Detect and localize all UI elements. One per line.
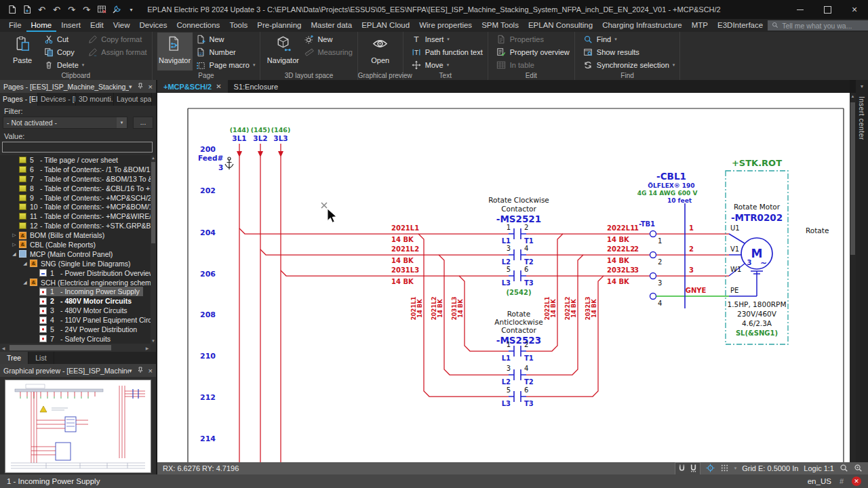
tree-item-7-table-of-contents-bom-13-to-cbl[interactable]: 7- Table of Contents:- &BOM/13 To &CBL, xyxy=(0,174,151,184)
tab-tree[interactable]: Tree xyxy=(0,352,28,364)
tree-item-7-safety-circuits[interactable]: 7- Safety Circuits xyxy=(0,334,151,344)
feed-arrows[interactable]: (144) (145) (146) 3L1 3L2 3L3 xyxy=(230,126,291,157)
ribbon-button-assign-format[interactable]: Assign format xyxy=(87,45,146,58)
tree-item-10-table-of-contents-mcp-bom-11-t[interactable]: 10- Table of Contents:- +MCP&BOM/11 T xyxy=(0,202,151,211)
ribbon-button-open[interactable]: Open xyxy=(363,33,398,70)
ribbon-button-delete[interactable]: Delete▾ xyxy=(43,58,84,71)
ribbon-button-in-table[interactable]: In table xyxy=(496,58,570,71)
menu-tab-tools[interactable]: Tools xyxy=(224,19,252,32)
scroll-down-icon[interactable]: ▼ xyxy=(151,339,156,343)
ribbon-button-navigator[interactable]: Navigator xyxy=(265,33,300,70)
preview-thumbnail[interactable] xyxy=(5,380,151,473)
ribbon-button-new[interactable]: New xyxy=(304,33,352,45)
tree-item-1-power-distribution-overview[interactable]: 1- Power Distribution Overview xyxy=(0,268,151,278)
scroll-left-icon[interactable]: ◀ xyxy=(0,346,7,350)
tree-expand-icon[interactable]: ◢ xyxy=(20,280,30,285)
panel-menu-icon[interactable]: ▾ xyxy=(129,83,132,90)
menu-tab-insert[interactable]: Insert xyxy=(56,19,85,32)
ribbon-button-move[interactable]: Move▾ xyxy=(412,58,483,71)
grid-status-icon[interactable]: # xyxy=(840,477,844,485)
error-indicator-icon[interactable]: ✕ xyxy=(852,476,861,486)
snap-magnet-icon[interactable] xyxy=(677,464,686,474)
filter-combobox[interactable]: - Not activated - ▾ xyxy=(3,117,127,129)
menu-tab-wire-properties[interactable]: Wire properties xyxy=(414,19,477,32)
tree-item-cbl-cable-reports[interactable]: ▷CBL (Cable Reports) xyxy=(0,240,151,249)
tree-item-6-table-of-contents-1-to-bom-12[interactable]: 6- Table of Contents:- /1 To &BOM/12 xyxy=(0,165,151,174)
tab-list[interactable]: List xyxy=(28,352,54,364)
close-icon[interactable]: × xyxy=(149,367,153,375)
scrollbar-thumb[interactable] xyxy=(850,102,855,255)
doc-tab-s1-enclosure[interactable]: S1:Enclosure xyxy=(228,80,284,93)
menu-tab-mtp[interactable]: MTP xyxy=(687,19,713,32)
menu-tab-devices[interactable]: Devices xyxy=(135,19,172,32)
redo-history-icon[interactable]: ↷ xyxy=(81,5,92,15)
object-snap-icon[interactable] xyxy=(689,464,698,474)
terminal-strip-tb1[interactable]: -TB1 1 2 3 4 1 2 3 1 2 3 GNYE xyxy=(634,220,706,307)
minimize-button[interactable] xyxy=(787,0,814,19)
ribbon-button-page-macro[interactable]: Page macro▾ xyxy=(196,58,256,71)
canvas-vertical-scrollbar[interactable]: ▲ xyxy=(850,93,856,462)
tellme-search[interactable]: Tell me what you wa... xyxy=(768,20,868,30)
crosshair-icon[interactable] xyxy=(706,464,715,474)
tree-item-11-table-of-contents-mcp-wire-10-t[interactable]: 11- Table of Contents:- +MCP&WIRE/10 T xyxy=(0,211,151,221)
tree-item-4-110v-panel-equipment-circuits[interactable]: 4- 110V Panel Equipment Circuits xyxy=(0,315,151,325)
insert-center-panel-tab[interactable]: ▾ Insert center xyxy=(856,80,868,462)
ribbon-button-new[interactable]: New xyxy=(196,33,256,45)
tree-item-9-table-of-contents-mcp-sch-21-to[interactable]: 9- Table of Contents:- +MCP&SCH/21 To - xyxy=(0,193,151,203)
undo-history-icon[interactable]: ↶ xyxy=(37,5,47,15)
pin-icon[interactable] xyxy=(137,367,144,375)
zoom-in-icon[interactable] xyxy=(854,464,863,474)
tree-item-5-24v-power-distribution[interactable]: 5- 24V Power Distribution xyxy=(0,325,151,334)
scrollbar-thumb[interactable] xyxy=(151,162,155,243)
menu-tab-connections[interactable]: Connections xyxy=(172,19,224,32)
tab-layout-space[interactable]: Layout spa... xyxy=(114,93,152,106)
menu-tab-e3dinterface[interactable]: E3DInterface xyxy=(713,19,768,32)
chevron-down-icon[interactable]: ▾ xyxy=(117,117,127,128)
tab-3d-mounting[interactable]: 3D mounti... xyxy=(76,93,114,106)
tab-pages[interactable]: Pages - [EE... xyxy=(0,93,38,106)
ribbon-button-number[interactable]: 123Number xyxy=(196,45,256,58)
menu-tab-eplan-consulting[interactable]: EPLAN Consulting xyxy=(524,19,597,32)
contactor-ms2523[interactable]: Rotate Anticlockwise Contactor -MS2523 1… xyxy=(494,310,542,407)
new-page-icon[interactable] xyxy=(7,5,17,15)
maximize-button[interactable] xyxy=(814,0,841,19)
menu-tab-eplan-cloud[interactable]: EPLAN Cloud xyxy=(357,19,414,32)
ribbon-button-copy[interactable]: Copy xyxy=(43,45,84,58)
ribbon-button-navigator[interactable]: Navigator xyxy=(157,33,193,70)
close-button[interactable]: × xyxy=(841,0,868,19)
undo-icon[interactable]: ↶ xyxy=(52,5,62,15)
close-tab-icon[interactable]: ✕ xyxy=(216,83,221,90)
menu-tab-file[interactable]: File xyxy=(4,19,26,32)
ribbon-button-measuring[interactable]: Measuring xyxy=(304,45,352,58)
ribbon-button-copy-format[interactable]: Copy format xyxy=(87,33,146,45)
tree-item-1-incoming-power-supply[interactable]: 1- Incoming Power Supply xyxy=(0,287,151,296)
menu-tab-charging-infrastructure[interactable]: Charging Infrastructure xyxy=(597,19,687,32)
tab-devices[interactable]: Devices - [E... xyxy=(38,93,76,106)
menu-tab-home[interactable]: Home xyxy=(26,19,57,32)
chevron-down-icon[interactable]: ▾ xyxy=(734,466,737,471)
tree-item-mcp-main-control-panel[interactable]: ◢MCP (Main Control Panel) xyxy=(0,249,151,259)
ribbon-button-synchronize-selection[interactable]: Synchronize selection▾ xyxy=(583,58,675,71)
schematic-canvas[interactable]: 200 202 204 206 208 210 212 214 Feed# 3 … xyxy=(157,93,850,462)
tree-item-8-table-of-contents-cbl-16-to-mcp[interactable]: 8- Table of Contents:- &CBL/16 To +MCP& xyxy=(0,184,151,193)
customize-qat-icon[interactable]: ▾ xyxy=(126,5,136,15)
ribbon-button-properties[interactable]: Properties xyxy=(496,33,570,45)
settings-tool-icon[interactable] xyxy=(111,5,121,15)
tree-item-12-table-of-contents-stk-grp-bom-2[interactable]: 12- Table of Contents:- +STK.GRP&BOM/2 xyxy=(0,221,151,230)
tree-expand-icon[interactable]: ◢ xyxy=(9,251,19,257)
close-project-icon[interactable] xyxy=(96,5,106,15)
menu-tab-pre-planning[interactable]: Pre-planning xyxy=(252,19,306,32)
tree-coland-icon[interactable]: ▷ xyxy=(9,242,19,247)
scrollbar-thumb[interactable] xyxy=(9,345,111,350)
tree-item-2-480v-motor-circuits[interactable]: 2- 480V Motor Circuits xyxy=(0,296,151,306)
scroll-up-icon[interactable]: ▲ xyxy=(850,94,856,98)
keyboard-language[interactable]: en_US xyxy=(808,477,831,485)
value-input[interactable] xyxy=(2,142,153,152)
grid-display-icon[interactable] xyxy=(720,464,729,474)
anchor-symbol[interactable] xyxy=(225,157,233,169)
tree-item-3-480v-motor-circuits[interactable]: 3- 480V Motor Circuits xyxy=(0,306,151,315)
ribbon-button-path-function-text[interactable]: TPath function text xyxy=(412,45,483,58)
motor-mtr0202[interactable]: +STK.ROT Rotate Motor -MTR0202 U1 V1 W1 … xyxy=(726,158,829,344)
panel-menu-icon[interactable]: ▾ xyxy=(129,367,132,374)
filter-browse-button[interactable]: ... xyxy=(133,117,153,129)
